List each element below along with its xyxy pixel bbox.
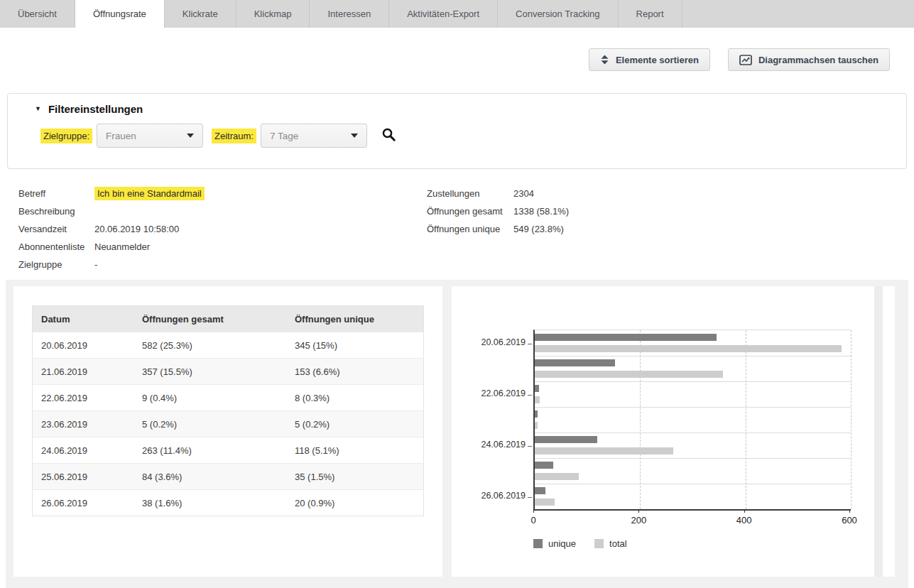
table-row: 22.06.20199 (0.4%)8 (0.3%) (33, 385, 424, 411)
detail-label: Zielgruppe (18, 259, 94, 270)
tab-report[interactable]: Report (619, 0, 682, 28)
detail-value: Ich bin eine Standardmail (94, 187, 205, 200)
stat-label: Öffnungen gesamt (427, 206, 513, 217)
bar-unique (535, 385, 539, 392)
chart-x-label: 0 (531, 515, 535, 526)
chart-group (535, 381, 851, 408)
x-tick (638, 509, 639, 513)
table-row: 20.06.2019582 (25.3%)345 (15%) (33, 332, 424, 359)
chart-y-label: 24.06.2019 (455, 438, 526, 451)
opens-table: DatumÖffnungen gesamtÖffnungen unique 20… (32, 305, 424, 516)
x-tick (533, 509, 534, 513)
chart-y-label: 20.06.2019 (455, 336, 526, 349)
legend-label: total (609, 538, 627, 549)
tab-klickmap[interactable]: Klickmap (236, 0, 310, 28)
zeitraum-select[interactable]: 7 Tage (261, 124, 367, 148)
chart-group (535, 356, 851, 382)
filter-settings-title: Filtereinstellungen (48, 103, 143, 115)
sort-elements-label: Elemente sortieren (616, 55, 699, 65)
swap-chart-axes-button[interactable]: Diagrammachsen tauschen (728, 48, 890, 71)
stat-value: 549 (23.8%) (513, 224, 564, 234)
tab-klickrate[interactable]: Klickrate (165, 0, 236, 28)
detail-value: 20.06.2019 10:58:00 (94, 224, 179, 234)
chevron-down-icon (351, 134, 358, 138)
tab-übersicht[interactable]: Übersicht (0, 0, 75, 28)
chart-legend: uniquetotal (533, 538, 627, 549)
legend-swatch (533, 539, 543, 548)
tab-bar: ÜbersichtÖffnungsrateKlickrateKlickmapIn… (0, 0, 914, 28)
table-cell: 345 (15%) (286, 332, 424, 359)
table-cell: 20 (0.9%) (286, 490, 424, 516)
bar-total (535, 499, 555, 506)
table-cell: 20.06.2019 (33, 332, 134, 359)
chart-x-label: 600 (842, 515, 857, 526)
table-row: 23.06.20195 (0.2%)5 (0.2%) (33, 411, 424, 437)
table-cell: 153 (6.6%) (286, 359, 424, 385)
chart-x-label: 400 (736, 515, 752, 526)
stat-row: Öffnungen unique549 (23.8%) (427, 220, 569, 238)
detail-row: Beschreibung (18, 202, 427, 220)
stat-value: 2304 (513, 188, 534, 199)
toolbar: Elemente sortieren Diagrammachsen tausch… (0, 48, 914, 71)
table-cell: 24.06.2019 (33, 437, 134, 464)
chart-y-label: 22.06.2019 (455, 387, 526, 400)
table-cell: 26.06.2019 (33, 490, 134, 516)
zielgruppe-select[interactable]: Frauen (97, 124, 203, 148)
legend-item-unique: unique (533, 538, 576, 549)
table-cell: 5 (0.2%) (134, 411, 286, 437)
filter-row: Zielgruppe: Frauen Zeitraum: 7 Tage (8, 124, 906, 148)
detail-row: AbonnentenlisteNeuanmelder (18, 238, 427, 256)
chart-y-label: 26.06.2019 (455, 489, 526, 502)
detail-row: Zielgruppe- (18, 256, 427, 273)
mail-details: BetreffIch bin eine StandardmailBeschrei… (18, 185, 427, 273)
tab-aktivitäten-export[interactable]: Aktivitäten-Export (389, 0, 498, 28)
detail-row: Versandzeit20.06.2019 10:58:00 (18, 220, 427, 238)
table-cell: 22.06.2019 (33, 385, 134, 411)
table-cell: 25.06.2019 (33, 464, 134, 490)
table-row: 25.06.201984 (3.6%)35 (1.5%) (33, 464, 424, 490)
filter-settings-toggle[interactable]: ▼ Filtereinstellungen (8, 103, 906, 115)
bar-unique (535, 436, 597, 443)
table-cell: 118 (5.1%) (286, 437, 424, 464)
results-panels: DatumÖffnungen gesamtÖffnungen unique 20… (6, 280, 908, 588)
bar-total (535, 371, 723, 378)
bar-total (535, 422, 538, 429)
column-header-datum: Datum (33, 306, 134, 332)
y-tick (528, 446, 532, 447)
search-icon (381, 127, 396, 144)
table-cell: 8 (0.3%) (286, 385, 424, 411)
gridline (746, 330, 746, 509)
detail-label: Versandzeit (18, 224, 94, 234)
detail-value: Neuanmelder (94, 241, 150, 252)
bar-unique (535, 334, 717, 341)
tab-öffnungsrate[interactable]: Öffnungsrate (75, 0, 165, 28)
tab-interessen[interactable]: Interessen (310, 0, 389, 28)
legend-swatch (594, 539, 604, 548)
stat-label: Öffnungen unique (427, 224, 513, 234)
bar-total (535, 447, 673, 454)
chart-plot (533, 330, 851, 511)
table-cell: 23.06.2019 (33, 411, 134, 437)
opens-table-body: 20.06.2019582 (25.3%)345 (15%)21.06.2019… (33, 332, 424, 516)
gridline (640, 330, 641, 509)
stat-value: 1338 (58.1%) (513, 206, 569, 217)
scrollbar[interactable] (874, 286, 883, 577)
table-cell: 5 (0.2%) (286, 411, 424, 437)
bar-unique (535, 410, 538, 418)
search-button[interactable] (381, 127, 396, 144)
table-cell: 38 (1.6%) (134, 490, 286, 516)
opens-table-head: DatumÖffnungen gesamtÖffnungen unique (33, 306, 424, 332)
opens-chart: uniquetotal 20.06.201922.06.201924.06.20… (452, 286, 895, 577)
zeitraum-selected-value: 7 Tage (270, 131, 298, 141)
y-tick (528, 344, 532, 344)
column-header-öffnungen-gesamt: Öffnungen gesamt (134, 306, 286, 332)
y-tick (528, 497, 532, 498)
table-cell: 84 (3.6%) (134, 464, 286, 490)
sort-elements-button[interactable]: Elemente sortieren (589, 48, 710, 71)
bar-total (535, 473, 579, 480)
tab-conversion-tracking[interactable]: Conversion Tracking (498, 0, 619, 28)
chart-group (535, 407, 851, 433)
stat-row: Zustellungen2304 (427, 185, 569, 202)
x-tick (849, 509, 850, 513)
table-row: 21.06.2019357 (15.5%)153 (6.6%) (33, 359, 424, 385)
